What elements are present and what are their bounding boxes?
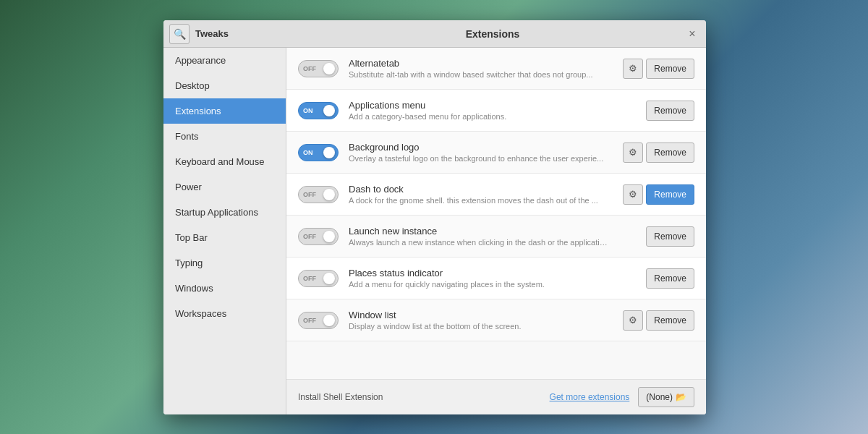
ext-actions: Remove [646, 268, 694, 289]
gear-button[interactable]: ⚙ [623, 59, 643, 79]
ext-name: Window list [349, 310, 623, 320]
ext-info: Launch new instanceAlways launch a new i… [349, 226, 646, 247]
gear-button[interactable]: ⚙ [623, 310, 643, 331]
footer: Install Shell Extension Get more extensi… [286, 379, 706, 414]
sidebar: AppearanceDesktopExtensionsFontsKeyboard… [163, 48, 286, 414]
ext-desc: A dock for the gnome shell. this extensi… [349, 196, 609, 205]
gear-button[interactable]: ⚙ [623, 142, 643, 163]
extension-row: OFFAlternatetabSubstitute alt-tab with a… [286, 48, 706, 90]
remove-button[interactable]: Remove [646, 184, 694, 205]
main-panel: OFFAlternatetabSubstitute alt-tab with a… [286, 48, 706, 414]
ext-desc: Display a window list at the bottom of t… [349, 322, 609, 331]
titlebar-right: × [677, 26, 706, 42]
toggle-alternatetab[interactable]: OFF [298, 60, 339, 77]
sidebar-item-startup-applications[interactable]: Startup Applications [163, 200, 286, 225]
sidebar-item-desktop[interactable]: Desktop [163, 73, 286, 98]
toggle-background-logo[interactable]: ON [298, 144, 339, 161]
ext-actions: ⚙Remove [623, 310, 694, 331]
remove-button[interactable]: Remove [646, 59, 694, 79]
ext-name: Dash to dock [349, 184, 623, 195]
ext-name: Alternatetab [349, 58, 623, 69]
ext-desc: Substitute alt-tab with a window based s… [349, 70, 609, 79]
ext-name: Places status indicator [349, 268, 646, 278]
extension-row: OFFWindow listDisplay a window list at t… [286, 299, 706, 341]
content-area: AppearanceDesktopExtensionsFontsKeyboard… [163, 48, 706, 414]
remove-button[interactable]: Remove [646, 310, 694, 331]
ext-actions: Remove [646, 226, 694, 247]
ext-desc: Overlay a tasteful logo on the backgroun… [349, 154, 609, 163]
sidebar-item-top-bar[interactable]: Top Bar [163, 225, 286, 250]
ext-name: Launch new instance [349, 226, 646, 237]
sidebar-item-extensions[interactable]: Extensions [163, 98, 286, 124]
remove-button[interactable]: Remove [646, 226, 694, 247]
ext-desc: Add a menu for quickly navigating places… [349, 280, 609, 289]
remove-button[interactable]: Remove [646, 101, 694, 121]
ext-desc: Add a category-based menu for applicatio… [349, 112, 609, 121]
gear-button[interactable]: ⚙ [623, 184, 643, 205]
toggle-dash-to-dock[interactable]: OFF [298, 186, 339, 203]
sidebar-item-workspaces[interactable]: Workspaces [163, 301, 286, 326]
sidebar-item-windows[interactable]: Windows [163, 276, 286, 301]
folder-icon: 📂 [676, 392, 686, 402]
extension-row: ONBackground logoOverlay a tasteful logo… [286, 132, 706, 174]
extensions-list: OFFAlternatetabSubstitute alt-tab with a… [286, 48, 706, 379]
ext-info: AlternatetabSubstitute alt-tab with a wi… [349, 58, 623, 79]
close-button[interactable]: × [684, 26, 700, 42]
ext-info: Places status indicatorAdd a menu for qu… [349, 268, 646, 289]
sidebar-item-keyboard-mouse[interactable]: Keyboard and Mouse [163, 149, 286, 174]
none-button[interactable]: (None) 📂 [638, 387, 694, 407]
extension-row: OFFLaunch new instanceAlways launch a ne… [286, 216, 706, 258]
ext-info: Background logoOverlay a tasteful logo o… [349, 142, 623, 163]
ext-name: Background logo [349, 142, 623, 153]
get-more-extensions-link[interactable]: Get more extensions [550, 392, 630, 402]
none-label: (None) [646, 392, 673, 402]
toggle-places-status-indicator[interactable]: OFF [298, 270, 339, 287]
titlebar: 🔍 Tweaks Extensions × [163, 20, 706, 48]
app-name: Tweaks [195, 28, 229, 39]
ext-desc: Always launch a new instance when clicki… [349, 238, 609, 247]
sidebar-item-typing[interactable]: Typing [163, 250, 286, 276]
extension-row: OFFPlaces status indicatorAdd a menu for… [286, 258, 706, 299]
ext-info: Applications menuAdd a category-based me… [349, 100, 646, 121]
install-label: Install Shell Extension [298, 392, 550, 402]
sidebar-item-appearance[interactable]: Appearance [163, 48, 286, 73]
ext-info: Window listDisplay a window list at the … [349, 310, 623, 331]
window-title: Extensions [308, 28, 677, 40]
extension-row: ONApplications menuAdd a category-based … [286, 90, 706, 132]
ext-name: Applications menu [349, 100, 646, 111]
remove-button[interactable]: Remove [646, 142, 694, 163]
toggle-launch-new-instance[interactable]: OFF [298, 228, 339, 245]
search-button[interactable]: 🔍 [169, 24, 190, 44]
tweaks-window: 🔍 Tweaks Extensions × AppearanceDesktopE… [163, 20, 706, 414]
remove-button[interactable]: Remove [646, 268, 694, 289]
extension-row: OFFDash to dockA dock for the gnome shel… [286, 174, 706, 216]
sidebar-item-power[interactable]: Power [163, 174, 286, 200]
ext-actions: ⚙Remove [623, 142, 694, 163]
ext-actions: Remove [646, 101, 694, 121]
ext-info: Dash to dockA dock for the gnome shell. … [349, 184, 623, 205]
ext-actions: ⚙Remove [623, 59, 694, 79]
sidebar-item-fonts[interactable]: Fonts [163, 124, 286, 149]
toggle-applications-menu[interactable]: ON [298, 102, 339, 119]
ext-actions: ⚙Remove [623, 184, 694, 205]
toggle-window-list[interactable]: OFF [298, 312, 339, 329]
titlebar-left: 🔍 Tweaks [163, 24, 308, 44]
search-icon: 🔍 [174, 28, 186, 40]
